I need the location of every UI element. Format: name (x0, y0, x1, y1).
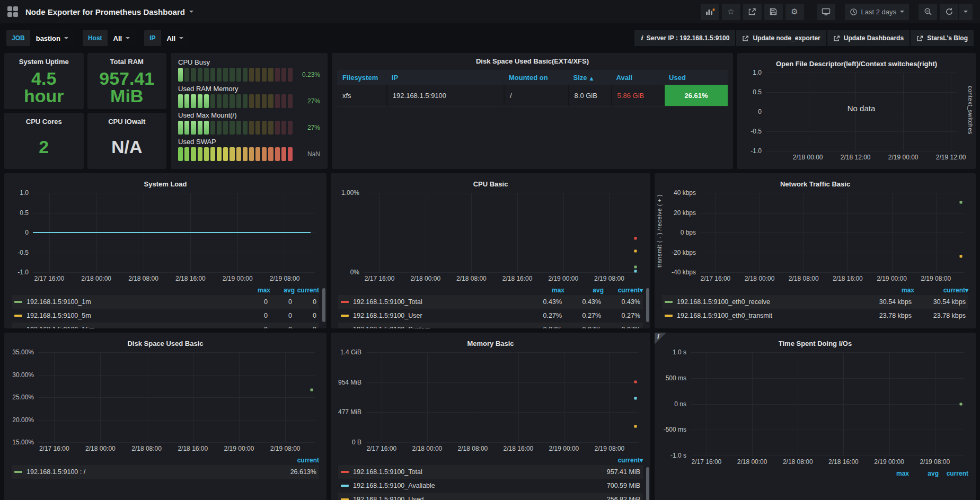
star-button[interactable]: ☆ (722, 4, 740, 20)
stat-title[interactable]: Total RAM (87, 58, 167, 66)
panel-title[interactable]: Time Spent Doing I/Os (660, 336, 970, 352)
refresh-interval-button[interactable] (959, 4, 973, 20)
cycle-view-button[interactable] (817, 4, 835, 20)
legend-sort-current[interactable]: current▾ (604, 287, 643, 294)
legend-series-label[interactable]: 192.168.1.5:9100_System (353, 326, 523, 328)
plot-area[interactable] (364, 193, 639, 272)
gauge-bar[interactable] (178, 68, 293, 82)
plot-area[interactable] (700, 193, 964, 272)
legend-sort-current[interactable]: current (295, 287, 319, 294)
legend-sort-max[interactable]: max (246, 287, 270, 294)
legend-series-label[interactable]: 192.168.1.5:9100_1m (27, 298, 243, 306)
filter-job-value[interactable]: bastion (30, 30, 74, 46)
gauge-cell (236, 147, 241, 161)
server-ip-info[interactable]: i Server IP : 192.168.1.5:9100 (634, 30, 735, 46)
legend-series-label[interactable]: 192.168.1.5:9100_15m (27, 326, 243, 328)
legend-sort-avg[interactable]: avg (909, 470, 939, 477)
series-line (33, 232, 311, 233)
plot-area[interactable] (366, 352, 639, 442)
gauge-cell (178, 147, 183, 161)
column-header-size[interactable]: Size▲ (568, 74, 611, 82)
stat-title[interactable]: CPU IOwait (87, 118, 167, 126)
legend-scrollbar[interactable] (322, 288, 325, 322)
stat-title[interactable]: System Uptime (4, 58, 84, 66)
filter-host-value[interactable]: All (108, 30, 136, 46)
panel-info-corner-icon[interactable]: i (655, 333, 666, 344)
chevron-down-icon (126, 37, 130, 39)
series-color-swatch[interactable] (665, 315, 673, 317)
legend-scrollbar[interactable] (646, 288, 649, 322)
series-color-swatch[interactable] (341, 471, 349, 473)
series-color-swatch[interactable] (341, 315, 349, 317)
legend-sort-current[interactable]: current (261, 457, 319, 464)
legend-sort-current[interactable]: current▾ (585, 457, 643, 464)
legend-sort-current[interactable]: current▾ (914, 287, 968, 294)
column-header-filesystem[interactable]: Filesystem (337, 74, 386, 82)
legend-series-label[interactable]: 192.168.1.5:9100_Used (353, 496, 582, 500)
update-dashboards-link[interactable]: Update Dashboards (827, 30, 910, 46)
column-header-avail[interactable]: Avail (611, 74, 664, 82)
series-color-swatch[interactable] (341, 485, 349, 487)
legend-series-label[interactable]: 192.168.1.5:9100_5m (27, 312, 243, 319)
series-color-swatch[interactable] (341, 301, 349, 303)
column-header-used[interactable]: Used (664, 74, 728, 82)
y-axis-tick: 500 ms (660, 374, 686, 382)
dashboards-logo-icon[interactable] (7, 6, 18, 17)
refresh-button[interactable] (940, 4, 958, 20)
share-button[interactable] (743, 4, 762, 20)
starsl-blog-link[interactable]: StarsL's Blog (911, 30, 974, 46)
legend-sort-max[interactable]: max (860, 287, 914, 294)
series-color-swatch[interactable] (665, 301, 673, 303)
add-panel-button[interactable] (701, 4, 719, 20)
legend-series-label[interactable]: 192.168.1.5:9100_Total (353, 468, 582, 476)
legend-sort-avg[interactable]: avg (270, 287, 295, 294)
chevron-down-icon[interactable] (189, 11, 193, 13)
panel-title[interactable]: Open File Descriptor(left)/Context switc… (743, 56, 970, 73)
plot-area[interactable] (33, 193, 315, 272)
legend-series-label[interactable]: 192.168.1.5:9100 : / (27, 468, 258, 476)
legend-series-label[interactable]: 192.168.1.5:9100_Total (353, 298, 523, 306)
dashboard-title[interactable]: Node Exporter for Prometheus Dashboard (25, 7, 185, 16)
save-button[interactable] (764, 4, 783, 20)
series-point (634, 265, 637, 268)
settings-button[interactable]: ⚙ (785, 4, 804, 20)
panel-title[interactable]: Network Traffic Basic (660, 176, 970, 193)
x-axis-tick: 2/18 08:00 (458, 445, 488, 452)
legend-sort-avg[interactable]: avg (564, 287, 604, 294)
plot-area[interactable]: No data (766, 73, 957, 151)
update-node-exporter-link[interactable]: Update node_exporter (736, 30, 826, 46)
zoom-out-button[interactable] (919, 4, 937, 20)
panel-title[interactable]: Disk Space Used Basic (10, 336, 321, 352)
gauge-bar[interactable] (178, 94, 293, 108)
legend-series-label[interactable]: 192.168.1.5:9100_Avaliable (353, 482, 582, 489)
legend-series-label[interactable]: 192.168.1.5:9100_User (353, 312, 523, 319)
legend-series-label[interactable]: 192.168.1.5:9100_eth0_receive (677, 298, 858, 306)
gauge-bar[interactable] (178, 121, 293, 135)
legend-series-label[interactable]: 192.168.1.5:9100_eth0_transmit (677, 312, 858, 319)
stat-title[interactable]: CPU Cores (4, 118, 84, 126)
series-color-swatch[interactable] (14, 301, 22, 303)
external-link-icon (742, 35, 749, 42)
panel-title[interactable]: System Load (10, 176, 321, 193)
column-header-mounted-on[interactable]: Mounted on (504, 74, 568, 82)
plot-area[interactable] (38, 352, 315, 442)
plot-area[interactable] (691, 352, 964, 456)
panel-title[interactable]: CPU Basic (336, 176, 645, 193)
panel-title[interactable]: Disk Space Used Basic(EXT4/XFS) (332, 53, 733, 70)
gauge-cell (204, 121, 209, 135)
gridline (38, 420, 315, 421)
gauge-bar[interactable] (178, 147, 293, 161)
series-color-swatch[interactable] (14, 471, 22, 473)
legend-scrollbar[interactable] (646, 467, 649, 500)
filter-ip-value[interactable]: All (161, 30, 190, 46)
column-header-ip[interactable]: IP (386, 74, 504, 82)
panel-title[interactable]: Memory Basic (336, 336, 645, 352)
legend-sort-max[interactable]: max (879, 470, 909, 477)
legend-sort-max[interactable]: max (525, 287, 564, 294)
gauge-cell (191, 147, 196, 161)
time-range-picker[interactable]: Last 2 days (845, 4, 910, 20)
gauge-cell (236, 94, 241, 108)
legend-sort-current[interactable]: current (939, 470, 968, 477)
series-color-swatch[interactable] (14, 315, 22, 317)
gauge-cell (204, 94, 209, 108)
